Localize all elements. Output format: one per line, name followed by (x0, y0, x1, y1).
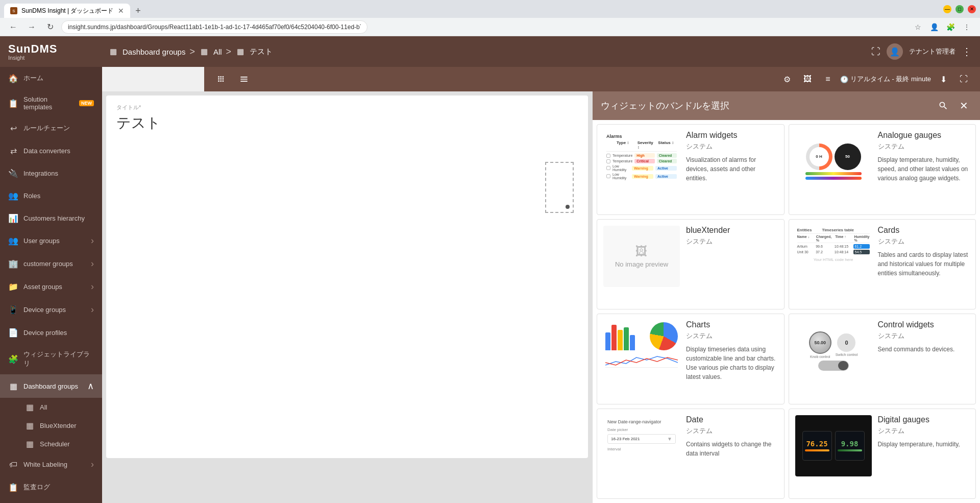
sidebar-item-device-profiles[interactable]: 📄 Device profiles (0, 321, 102, 344)
image-button[interactable]: 🖼 (799, 71, 816, 87)
solution-templates-icon: 📋 (8, 98, 18, 108)
alarm-widget-system: システム (686, 142, 778, 151)
date-widget-desc: Contains widgets to change the data inte… (686, 440, 778, 458)
alarm-widget-desc: Visualization of alarms for devices, ass… (686, 155, 778, 183)
sidebar-label-data-converters: Data converters (23, 147, 94, 155)
sidebar-item-solution-templates[interactable]: 📋 Solution templates NEW (0, 89, 102, 117)
main-content: 🏠 ホーム 📋 Solution templates NEW ↩ ルールチェーン… (0, 67, 980, 503)
breadcrumb-sep2: > (226, 46, 232, 57)
control-widget-system: システム (878, 331, 970, 341)
back-button[interactable]: ← (6, 20, 20, 34)
sidebar-item-all[interactable]: ▦ All (16, 398, 102, 416)
sidebar-item-user-groups[interactable]: 👥 User groups › (0, 229, 102, 252)
sidebar-item-scheduler[interactable]: ▦ Scheduler (16, 435, 102, 453)
widget-panel-search-button[interactable] (935, 98, 951, 114)
header-menu-button[interactable]: ⋮ (962, 45, 972, 58)
widget-preview-charts (603, 320, 680, 381)
widget-card-digital[interactable]: 76.25 9.98 Digital (789, 409, 976, 499)
widget-panel: ウィジェットのバンドルを選択 ✕ Alarms (592, 91, 980, 503)
widget-preview-alarm: Alarms Type ↕ Severity ↕ Status ↕ (603, 131, 680, 192)
extensions-button[interactable]: 🧩 (943, 20, 958, 34)
sidebar-item-customer-groups[interactable]: 🏢 customer groups › (0, 252, 102, 275)
browser-actions: ☆ 👤 🧩 ⋮ (911, 20, 974, 34)
sidebar-label-home: ホーム (23, 74, 94, 83)
breadcrumb-test-icon: ▦ (235, 46, 246, 57)
widget-panel-close-button[interactable]: ✕ (955, 98, 972, 114)
bookmark-button[interactable]: ☆ (911, 20, 925, 34)
sidebar-item-audit-log[interactable]: 📋 監査ログ (0, 476, 102, 498)
sidebar-item-rule-chain[interactable]: ↩ ルールチェーン (0, 117, 102, 139)
sidebar-item-device-groups[interactable]: 📱 Device groups › (0, 298, 102, 321)
sidebar-item-dashboard-groups[interactable]: ▦ Dashboard groups ∧ (0, 374, 102, 398)
sidebar-item-widget-library[interactable]: 🧩 ウィジェットライブラリ (0, 344, 102, 374)
cards-widget-desc: Tables and cards to display latest and h… (878, 250, 970, 278)
sidebar-item-white-labeling[interactable]: 🏷 White Labeling › (0, 453, 102, 476)
breadcrumb-dashboard-groups[interactable]: Dashboard groups (122, 47, 185, 56)
bluextender-widget-system: システム (686, 237, 778, 246)
date-widget-system: システム (686, 426, 778, 436)
widget-card-cards[interactable]: Entities Timeseries table Name ↓ Charged… (789, 219, 976, 310)
breadcrumb-test[interactable]: テスト (250, 47, 273, 57)
widget-placeholder (545, 162, 574, 213)
realtime-label: 🕐 リアルタイム - 最終 minute (840, 75, 931, 84)
widget-card-bluextender[interactable]: 🖼 No image preview blueXtender システム (597, 219, 785, 310)
sidebar-label-white-labeling: White Labeling (23, 461, 86, 468)
sidebar-label-rule-chain: ルールチェーン (23, 124, 94, 133)
sidebar-item-api-usage[interactable]: 📈 Api Usage (0, 498, 102, 503)
widget-card-control[interactable]: 50.00 Knob control 0 Switch control (789, 314, 976, 404)
widget-panel-title: ウィジェットのバンドルを選択 (601, 100, 931, 112)
fullscreen-button[interactable]: ⛶ (871, 46, 880, 57)
widget-info-bluextender: blueXtender システム (686, 226, 778, 303)
widget-card-charts[interactable]: Charts システム Display timeseries data usin… (597, 314, 785, 404)
sidebar-item-roles[interactable]: 👥 Roles (0, 184, 102, 207)
sidebar-item-customers-hierarchy[interactable]: 📊 Customers hierarchy (0, 207, 102, 229)
sidebar-item-integrations[interactable]: 🔌 Integrations (0, 162, 102, 184)
sidebar-label-roles: Roles (23, 192, 94, 200)
settings-button[interactable]: ⚙ (779, 71, 795, 87)
profile-button[interactable]: 👤 (927, 20, 941, 34)
cards-widget-name: Cards (878, 226, 970, 235)
sidebar-item-home[interactable]: 🏠 ホーム (0, 67, 102, 89)
download-button[interactable]: ⬇ (935, 71, 951, 87)
sidebar-item-data-converters[interactable]: ⇄ Data converters (0, 139, 102, 162)
widget-card-date[interactable]: New Date-range-navigator Date picker 16-… (597, 409, 785, 499)
forward-button[interactable]: → (24, 20, 39, 34)
widget-library-icon: 🧩 (8, 354, 18, 364)
widget-preview-bluextender: 🖼 No image preview (603, 226, 680, 287)
new-tab-button[interactable]: + (131, 4, 145, 18)
refresh-button[interactable]: ↻ (43, 20, 57, 34)
minimize-button[interactable]: — (943, 5, 951, 13)
widget-card-alarm[interactable]: Alarms Type ↕ Severity ↕ Status ↕ (597, 124, 785, 215)
date-widget-name: Date (686, 415, 778, 424)
user-name: テナント管理者 (909, 47, 955, 56)
sidebar-item-asset-groups[interactable]: 📁 Asset groups › (0, 275, 102, 298)
close-button[interactable]: ✕ (968, 5, 976, 13)
charts-widget-system: システム (686, 331, 778, 341)
integrations-icon: 🔌 (8, 168, 18, 178)
fullscreen-button[interactable]: ⛶ (955, 71, 972, 87)
widget-preview-digital: 76.25 9.98 (795, 415, 872, 476)
list-view-button[interactable] (235, 70, 253, 88)
secondary-toolbar: ⚙ 🖼 ≡ 🕐 リアルタイム - 最終 minute ⬇ ⛶ (204, 67, 980, 91)
address-input[interactable] (61, 20, 368, 34)
maximize-button[interactable]: □ (955, 5, 964, 13)
digital-widget-name: Digital gauges (878, 415, 970, 424)
widget-card-analogue[interactable]: 0 H 50 (789, 124, 976, 215)
filter-button[interactable]: ≡ (820, 71, 836, 87)
sidebar: 🏠 ホーム 📋 Solution templates NEW ↩ ルールチェーン… (0, 67, 102, 503)
asset-groups-icon: 📁 (8, 282, 18, 292)
dashboard-title-value: テスト (116, 113, 578, 133)
device-groups-arrow: › (91, 304, 94, 315)
realtime-text: リアルタイム - 最終 minute (850, 75, 931, 84)
breadcrumb-all[interactable]: All (213, 47, 222, 56)
active-tab[interactable]: S SunDMS Insight | ダッシュボード ✕ (4, 4, 130, 18)
cards-widget-system: システム (878, 237, 970, 246)
sidebar-item-bluextender[interactable]: ▦ BlueXtender (16, 416, 102, 435)
logo-area: SunDMS Insight (8, 42, 100, 61)
card-view-button[interactable] (212, 70, 231, 88)
sidebar-label-dashboard-groups: Dashboard groups (23, 382, 82, 390)
tab-close-button[interactable]: ✕ (118, 7, 124, 15)
sidebar-label-integrations: Integrations (23, 170, 94, 177)
settings-button[interactable]: ⋮ (960, 20, 974, 34)
header-right: ⛶ 👤 テナント管理者 ⋮ (871, 43, 972, 60)
